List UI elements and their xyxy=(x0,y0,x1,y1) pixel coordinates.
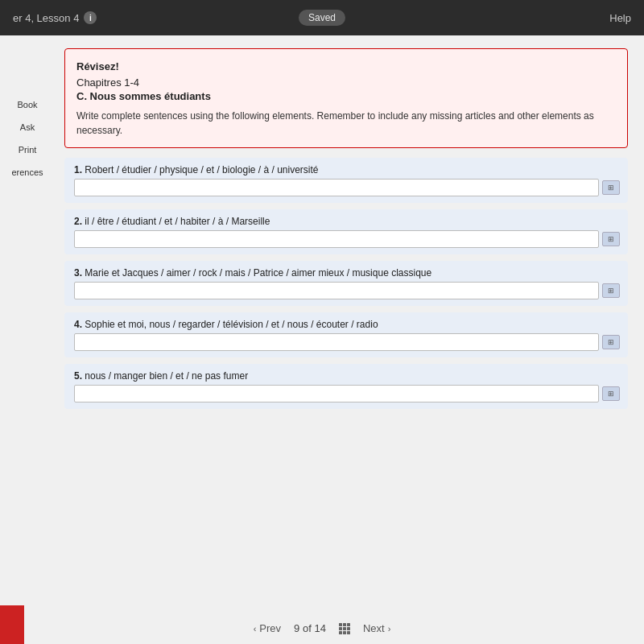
answer-input-5[interactable] xyxy=(74,385,599,402)
question-block-2: 2. il / être / étudiant / et / habiter /… xyxy=(64,209,628,254)
sidebar-item-references[interactable]: erences xyxy=(11,167,43,177)
answer-input-1[interactable] xyxy=(74,179,599,196)
grid-dot xyxy=(343,623,346,626)
question-num-3: 3. xyxy=(74,267,82,279)
grid-dot xyxy=(343,627,346,630)
question-label-4: 4. Sophie et moi, nous / regarder / télé… xyxy=(74,319,620,330)
question-block-1: 1. Robert / étudier / physique / et / bi… xyxy=(64,158,628,203)
bottom-nav: ‹ Prev 9 of 14 Next › xyxy=(0,614,644,644)
revisez-chapters: Chapitres 1-4 xyxy=(76,75,616,91)
question-num-1: 1. xyxy=(74,164,82,175)
grid-icon[interactable] xyxy=(339,623,350,634)
red-corner-decoration xyxy=(0,605,24,644)
total-pages: 14 xyxy=(314,622,325,634)
page-info: 9 of 14 xyxy=(294,622,326,634)
grid-dot xyxy=(339,631,342,634)
next-chevron: › xyxy=(388,624,391,634)
content-area: Révisez! Chapitres 1-4 C. Nous sommes ét… xyxy=(56,35,644,614)
prev-button[interactable]: ‹ Prev xyxy=(254,622,281,634)
revisez-instruction: Write complete sentences using the follo… xyxy=(76,109,616,138)
sidebar: Book Ask Print erences xyxy=(0,35,55,644)
sidebar-item-print[interactable]: Print xyxy=(19,145,37,155)
main-content: 9 Book Ask Print erences Révisez! Chapit… xyxy=(0,35,644,644)
saved-badge: Saved xyxy=(299,10,345,26)
next-label: Next xyxy=(363,622,385,634)
question-label-3: 3. Marie et Jacques / aimer / rock / mai… xyxy=(74,267,620,279)
expand-btn-3[interactable]: ⊞ xyxy=(602,283,620,298)
expand-btn-1[interactable]: ⊞ xyxy=(602,180,620,195)
top-bar: er 4, Lesson 4 i Saved Help xyxy=(0,0,644,35)
question-block-5: 5. nous / manger bien / et / ne pas fume… xyxy=(64,364,628,409)
grid-dot xyxy=(347,623,350,626)
next-button[interactable]: Next › xyxy=(363,622,390,634)
question-block-4: 4. Sophie et moi, nous / regarder / télé… xyxy=(64,312,628,357)
question-label-2: 2. il / être / étudiant / et / habiter /… xyxy=(74,216,620,227)
revisez-section: C. Nous sommes étudiants xyxy=(76,90,616,102)
answer-row-1: ⊞ xyxy=(74,179,620,196)
expand-btn-2[interactable]: ⊞ xyxy=(602,232,620,246)
grid-dot xyxy=(347,631,350,634)
sidebar-item-ask[interactable]: Ask xyxy=(20,122,35,132)
answer-row-4: ⊞ xyxy=(74,333,620,351)
question-num-4: 4. xyxy=(74,319,82,330)
answer-row-5: ⊞ xyxy=(74,385,620,402)
grid-dot xyxy=(339,627,342,630)
current-page: 9 xyxy=(294,622,299,634)
prev-chevron: ‹ xyxy=(254,624,257,634)
revisez-box: Révisez! Chapitres 1-4 C. Nous sommes ét… xyxy=(64,48,628,148)
sidebar-item-book[interactable]: Book xyxy=(17,100,37,109)
lesson-title: er 4, Lesson 4 xyxy=(13,12,79,24)
page-separator: of xyxy=(303,622,314,634)
top-bar-left: er 4, Lesson 4 i xyxy=(13,11,97,24)
answer-input-2[interactable] xyxy=(74,230,599,248)
grid-dot xyxy=(347,627,350,630)
answer-input-4[interactable] xyxy=(74,333,599,351)
grid-dot xyxy=(343,631,346,634)
expand-btn-5[interactable]: ⊞ xyxy=(602,386,620,401)
question-label-1: 1. Robert / étudier / physique / et / bi… xyxy=(74,164,620,175)
answer-row-3: ⊞ xyxy=(74,282,620,299)
expand-btn-4[interactable]: ⊞ xyxy=(602,335,620,349)
answer-input-3[interactable] xyxy=(74,282,599,299)
question-block-3: 3. Marie et Jacques / aimer / rock / mai… xyxy=(64,261,628,306)
info-icon[interactable]: i xyxy=(84,11,97,24)
answer-row-2: ⊞ xyxy=(74,230,620,248)
help-button[interactable]: Help xyxy=(609,12,631,24)
revisez-title: Révisez! xyxy=(76,59,616,75)
question-num-2: 2. xyxy=(74,216,82,227)
grid-dot xyxy=(339,623,342,626)
question-num-5: 5. xyxy=(74,370,82,382)
question-label-5: 5. nous / manger bien / et / ne pas fume… xyxy=(74,370,620,382)
prev-label: Prev xyxy=(259,622,281,634)
